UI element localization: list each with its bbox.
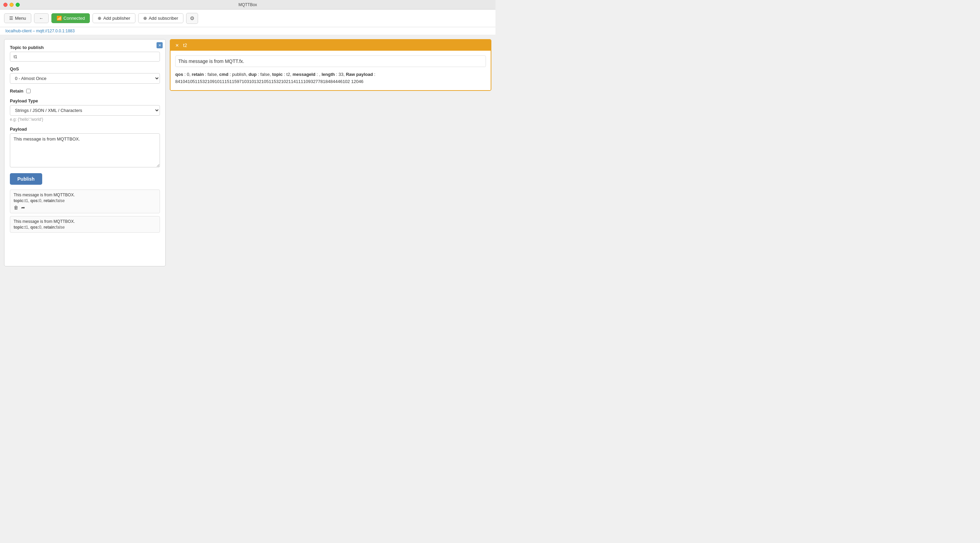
- payload-type-label: Payload Type: [10, 98, 160, 103]
- history-topic-label-2: topic:: [14, 225, 25, 230]
- connected-button[interactable]: 📶 Connected: [51, 13, 90, 23]
- dup-key: dup: [248, 72, 256, 77]
- raw-payload-value: 8410410511532109101115115971031013210511…: [175, 79, 363, 84]
- qos-select[interactable]: 0 - Almost Once 1 - At Least Once 2 - Ex…: [10, 73, 160, 84]
- add-subscriber-label: Add subscriber: [149, 16, 178, 21]
- main-content: ✕ Topic to publish QoS 0 - Almost Once 1…: [0, 35, 495, 270]
- topic-label: Topic to publish: [10, 45, 160, 50]
- title-bar: MQTTBox: [0, 0, 495, 10]
- subscriber-panel: ✕ t2 This message is from MQTT.fx. qos :…: [170, 39, 492, 267]
- add-subscriber-icon: ⊕: [143, 16, 147, 21]
- add-publisher-button[interactable]: ⊕ Add publisher: [92, 13, 135, 23]
- publisher-close-button[interactable]: ✕: [156, 42, 163, 48]
- retain-checkbox[interactable]: [26, 89, 30, 93]
- raw-payload-key: Raw payload: [346, 72, 372, 77]
- qos-key: qos: [175, 72, 183, 77]
- topic-group: Topic to publish: [10, 45, 160, 62]
- history-icons-1: 🗑 ➦: [14, 205, 156, 210]
- subscriber-topic-label: t2: [183, 43, 187, 48]
- retain-key: retain: [192, 72, 204, 77]
- history-msg-2: This message is from MQTTBOX.: [14, 219, 156, 224]
- close-button[interactable]: [3, 3, 8, 7]
- share-icon-1[interactable]: ➦: [21, 205, 25, 210]
- signal-icon: 📶: [56, 16, 62, 21]
- history-qos-label-2: qos:: [30, 225, 39, 230]
- topic-key: topic: [272, 72, 283, 77]
- toolbar: ☰ Menu ← 📶 Connected ⊕ Add publisher ⊕ A…: [0, 10, 495, 27]
- menu-label: Menu: [15, 16, 26, 21]
- connection-info: localhub-client – mqtt://127.0.0.1:1883: [5, 29, 75, 33]
- add-publisher-icon: ⊕: [98, 16, 102, 21]
- add-subscriber-button[interactable]: ⊕ Add subscriber: [138, 13, 183, 23]
- delete-icon-1[interactable]: 🗑: [14, 205, 18, 210]
- length-key: length: [321, 72, 335, 77]
- cmd-key: cmd: [219, 72, 228, 77]
- add-publisher-label: Add publisher: [103, 16, 130, 21]
- traffic-lights: [3, 3, 20, 7]
- connection-bar: localhub-client – mqtt://127.0.0.1:1883: [0, 27, 495, 35]
- subscriber-card-t2: ✕ t2 This message is from MQTT.fx. qos :…: [170, 39, 492, 91]
- history-meta-2: topic:t1, qos:0, retain:false: [14, 225, 156, 230]
- qos-group: QoS 0 - Almost Once 1 - At Least Once 2 …: [10, 66, 160, 84]
- received-message: This message is from MQTT.fx.: [175, 56, 486, 67]
- subscriber-close-button[interactable]: ✕: [175, 43, 179, 48]
- maximize-button[interactable]: [16, 3, 20, 7]
- subscriber-card-header: ✕ t2: [170, 40, 491, 51]
- message-details: qos : 0, retain : false, cmd : publish, …: [175, 71, 486, 86]
- history-msg-1: This message is from MQTTBOX.: [14, 192, 156, 197]
- publisher-panel: ✕ Topic to publish QoS 0 - Almost Once 1…: [4, 39, 166, 267]
- subscriber-card-body: This message is from MQTT.fx. qos : 0, r…: [170, 51, 491, 90]
- retain-group: Retain: [10, 89, 160, 94]
- back-button[interactable]: ←: [34, 13, 49, 23]
- history-item-1: This message is from MQTTBOX. topic:t1, …: [10, 189, 160, 213]
- history-topic-label-1: topic:: [14, 198, 25, 203]
- payload-type-select[interactable]: Strings / JSON / XML / Characters Intege…: [10, 105, 160, 116]
- messageid-key: messageId: [293, 72, 315, 77]
- history-item-2: This message is from MQTTBOX. topic:t1, …: [10, 216, 160, 233]
- history-meta-1: topic:t1, qos:0, retain:false: [14, 198, 156, 203]
- gear-icon: ⚙: [190, 15, 194, 21]
- window-title: MQTTBox: [239, 2, 257, 7]
- hamburger-icon: ☰: [9, 16, 13, 21]
- menu-button[interactable]: ☰ Menu: [4, 13, 31, 23]
- retain-label: Retain: [10, 89, 24, 94]
- history-retain-label-2: retain:: [43, 225, 56, 230]
- minimize-button[interactable]: [10, 3, 14, 7]
- payload-type-group: Payload Type Strings / JSON / XML / Char…: [10, 98, 160, 122]
- payload-group: Payload This message is from MQTTBOX.: [10, 127, 160, 168]
- payload-textarea[interactable]: This message is from MQTTBOX.: [10, 133, 160, 167]
- history-retain-label-1: retain:: [43, 198, 56, 203]
- connected-label: Connected: [64, 16, 85, 21]
- payload-hint: e.g: {'hello':'world'}: [10, 117, 160, 122]
- payload-label: Payload: [10, 127, 160, 132]
- topic-input[interactable]: [10, 52, 160, 62]
- back-icon: ←: [39, 16, 43, 21]
- history-qos-label-1: qos:: [30, 198, 39, 203]
- qos-label: QoS: [10, 66, 160, 71]
- settings-button[interactable]: ⚙: [186, 13, 198, 24]
- publish-button[interactable]: Publish: [10, 173, 42, 185]
